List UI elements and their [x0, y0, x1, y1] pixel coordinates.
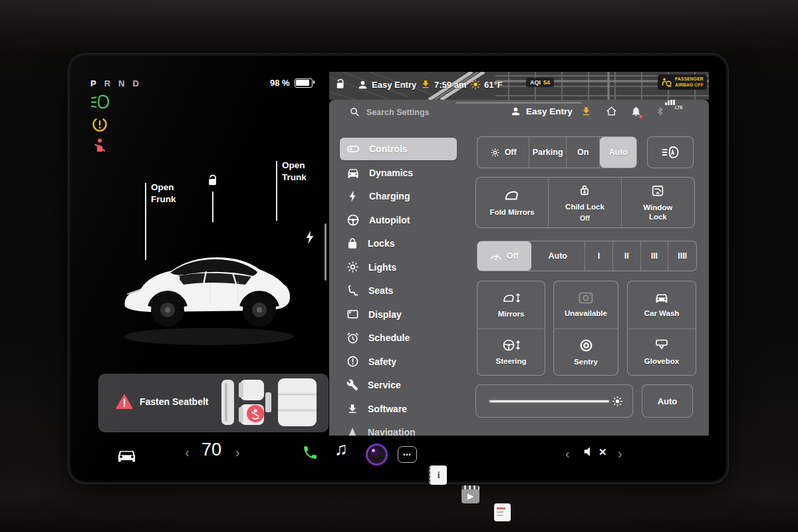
navigation-arrow-icon: [346, 426, 358, 436]
headlights-parking-segment[interactable]: Parking: [529, 137, 567, 168]
sidebar-item-navigation[interactable]: Navigation: [340, 421, 457, 436]
volume-up-chevron[interactable]: ›: [618, 447, 622, 460]
notification-dot: [639, 115, 642, 118]
phone-icon[interactable]: [302, 444, 319, 461]
airbag-state: OFF: [694, 82, 704, 87]
seat-occupancy-map: [219, 376, 319, 428]
sidebar-item-software[interactable]: Software: [340, 398, 457, 420]
unlock-icon[interactable]: [206, 174, 219, 188]
mirrors-adjust-icon: [502, 291, 521, 305]
aqi-badge: AQI 54: [526, 78, 554, 87]
headlights-off-segment[interactable]: Off: [477, 137, 529, 168]
search-input[interactable]: [365, 104, 474, 120]
sidebar-item-schedule[interactable]: Schedule: [340, 327, 457, 349]
volume-down-chevron[interactable]: ‹: [565, 447, 570, 460]
open-frunk-button[interactable]: Open Frunk: [151, 182, 176, 205]
charge-port-bolt-icon[interactable]: [305, 230, 315, 245]
open-trunk-button[interactable]: Open Trunk: [282, 160, 307, 184]
gear-r: R: [104, 78, 111, 88]
calendar-app-icon[interactable]: [494, 503, 511, 521]
mute-x: ✕: [598, 447, 607, 457]
more-apps-button[interactable]: •••: [398, 446, 417, 463]
service-wrench-icon: [346, 379, 358, 391]
wipers-speed3-segment[interactable]: III: [641, 241, 669, 271]
sidebar-item-safety[interactable]: Safety: [340, 350, 457, 373]
lock-callout-line: [212, 192, 213, 222]
theater-app-icon[interactable]: ▶: [462, 485, 479, 503]
child-lock-button[interactable]: Child Lock Off: [549, 178, 621, 227]
glovebox-icon: [654, 338, 670, 352]
signal-bars: [665, 100, 675, 105]
notifications-bell[interactable]: [630, 106, 642, 117]
safety-alert-icon: [346, 355, 359, 368]
airbag-line1: PASSENGER: [675, 76, 704, 82]
fold-mirrors-button[interactable]: Fold Mirrors: [476, 178, 549, 227]
wipers-speed2-segment[interactable]: II: [613, 241, 641, 271]
settings-profile-icon[interactable]: [510, 106, 521, 117]
camera-icon: [578, 291, 594, 305]
steering-button[interactable]: Steering: [477, 329, 545, 376]
wipers-auto-segment[interactable]: Auto: [531, 241, 586, 271]
map-unlock-icon[interactable]: [334, 78, 346, 90]
window-lock-button[interactable]: Window Lock: [622, 178, 694, 227]
mute-speaker-icon[interactable]: ✕: [583, 444, 607, 459]
status-time: 7:59 am: [434, 80, 466, 90]
drag-handle[interactable]: [456, 102, 582, 104]
profile-icon[interactable]: [357, 79, 368, 90]
bluetooth-icon[interactable]: [655, 106, 665, 117]
steering-wheel-icon: [346, 213, 360, 227]
car-icon: [346, 166, 360, 180]
display-icon: [346, 308, 359, 321]
sidebar-item-lights[interactable]: Lights: [340, 256, 457, 279]
gear-p: P: [90, 78, 97, 88]
sidebar-item-locks[interactable]: Locks: [340, 232, 457, 255]
music-app-icon[interactable]: ♫: [334, 440, 348, 458]
sidebar-item-autopilot[interactable]: Autopilot: [340, 209, 457, 231]
auto-brightness-button[interactable]: Auto: [642, 384, 693, 418]
settings-panel: Easy Entry LTE: [329, 100, 709, 436]
homelink-icon[interactable]: [606, 106, 617, 117]
mirrors-button[interactable]: Mirrors: [477, 281, 545, 329]
warning-triangle-icon: [116, 394, 133, 410]
schedule-clock-icon: [346, 332, 359, 344]
fold-mirrors-icon: [503, 188, 521, 203]
brightness-track[interactable]: [489, 400, 609, 402]
wipers-off-segment[interactable]: Off: [477, 241, 531, 271]
headlights-auto-segment[interactable]: Auto: [600, 137, 636, 168]
settings-profile-label[interactable]: Easy Entry: [526, 106, 573, 116]
sidebar-item-charging[interactable]: Charging: [340, 185, 457, 207]
sentry-button[interactable]: Sentry: [554, 329, 618, 376]
sidebar-item-controls[interactable]: Controls: [340, 138, 457, 160]
map-strip: Easy Entry 7:59 am 61°F AQI 54: [329, 72, 709, 100]
car-wash-button[interactable]: Car Wash: [628, 281, 696, 329]
cabin-temperature[interactable]: 70: [201, 440, 221, 460]
sidebar-item-seats[interactable]: Seats: [340, 279, 457, 302]
auto-high-beam-button[interactable]: [647, 136, 694, 168]
brightness-sun-icon: [611, 395, 624, 408]
aqi-label: AQI: [530, 79, 541, 86]
tire-pressure-icon: [91, 116, 108, 133]
vehicle-icon[interactable]: [116, 446, 137, 462]
brightness-slider[interactable]: [475, 384, 633, 418]
notes-app-icon[interactable]: i: [430, 466, 447, 485]
sidebar-item-service[interactable]: Service: [340, 374, 457, 396]
camera-app-icon[interactable]: [366, 444, 388, 466]
bolt-icon: [346, 190, 360, 203]
glovebox-button[interactable]: Glovebox: [628, 329, 696, 376]
status-temperature: 61°F: [484, 80, 503, 90]
status-profile-label[interactable]: Easy Entry: [372, 80, 416, 90]
quick-buttons-group: Fold Mirrors Child Lock Off: [475, 177, 695, 228]
window-lock-icon: [650, 184, 665, 198]
wipers-speed4-segment[interactable]: IIII: [668, 241, 696, 271]
sidebar-item-dynamics[interactable]: Dynamics: [340, 162, 457, 184]
headlights-on-segment[interactable]: On: [567, 137, 600, 168]
temp-decrease-chevron[interactable]: ‹: [185, 446, 190, 459]
ellipsis-icon: •••: [403, 452, 411, 458]
temp-increase-chevron[interactable]: ›: [235, 446, 240, 459]
play-icon: ▶: [467, 491, 473, 501]
wipers-speed1-segment[interactable]: I: [585, 241, 613, 271]
sidebar-item-display[interactable]: Display: [340, 303, 457, 326]
software-update-icon[interactable]: [581, 106, 592, 117]
status-download-icon[interactable]: [420, 79, 431, 90]
settings-scrollbar[interactable]: [325, 223, 327, 281]
